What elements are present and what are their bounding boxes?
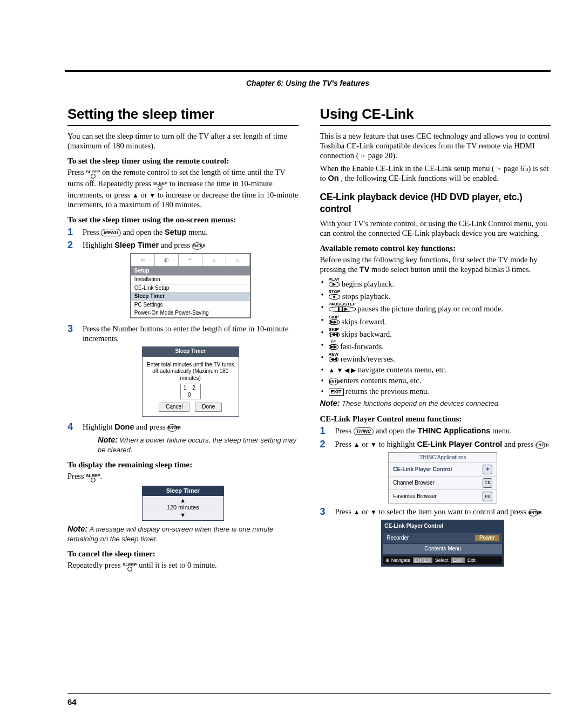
remote-body: Press SLEEP on the remote control to set… bbox=[67, 167, 299, 209]
tab-icon: ▭ bbox=[131, 254, 155, 266]
pointer-icon: ☞ bbox=[361, 153, 366, 159]
stop-icon: STOP■ bbox=[329, 290, 341, 300]
menu-button-icon: MENU bbox=[101, 229, 121, 236]
t: to highlight bbox=[379, 440, 417, 448]
t: TV bbox=[360, 265, 370, 274]
subhead-avail: Available remote control key functions: bbox=[320, 243, 551, 254]
list-item: SKIP|◀◀ skips backward. bbox=[320, 328, 551, 339]
t: enters contents menu, etc. bbox=[338, 376, 422, 385]
panel-row: Favorites BrowserFB bbox=[389, 489, 497, 503]
note-body: When a power failure occurs, the sleep t… bbox=[98, 436, 296, 454]
t: Favorites Browser bbox=[393, 493, 437, 500]
panel-row: PC Settings bbox=[131, 301, 250, 309]
panel-title: Sleep Timer bbox=[143, 486, 223, 496]
subhead-player-menu: CE-Link Player Control menu functions: bbox=[320, 414, 551, 424]
rew-icon: REW◀◀ bbox=[329, 352, 339, 362]
t: page 20). bbox=[368, 151, 397, 160]
step-1: 1 Press MENU and open the Setup menu. bbox=[67, 227, 299, 237]
t: Repeatedly press bbox=[67, 561, 123, 569]
rule bbox=[67, 125, 299, 126]
t: to select the item you want to control a… bbox=[379, 507, 528, 516]
tab-icon: ◐ bbox=[155, 254, 179, 266]
t: On bbox=[328, 174, 338, 182]
thinc-apps-panel: THINC Applications CE-Link Player Contro… bbox=[388, 452, 497, 504]
t: Highlight bbox=[83, 241, 114, 249]
t: Press bbox=[335, 426, 354, 435]
t: CE-Link Player Control bbox=[393, 466, 452, 473]
t: Setup bbox=[165, 228, 186, 236]
t: mode select button until the keypad blin… bbox=[371, 265, 531, 274]
step-3: 3 Press the Number buttons to enter the … bbox=[67, 324, 299, 417]
panel-row: Installation bbox=[131, 275, 250, 284]
panel-row: Channel BrowserCB bbox=[389, 476, 497, 489]
avail-body: Before using the following key functions… bbox=[320, 255, 551, 274]
section-title-celink: Using CE-Link bbox=[320, 105, 551, 123]
sleep-button-icon: SLEEP bbox=[153, 181, 167, 190]
panel-title: CE-Link Player Control bbox=[383, 522, 502, 533]
up-arrow-icon: ▲ bbox=[354, 508, 360, 516]
t: pauses the picture during play or record… bbox=[356, 304, 503, 313]
enter-button-icon: ENTER bbox=[192, 242, 202, 250]
list-item: PLAY▶ begins playback. bbox=[320, 277, 551, 289]
panel-row-selected: CE-Link Player Control✶ bbox=[389, 462, 497, 476]
tab-icon: ⌂ bbox=[202, 254, 226, 266]
subhead-cancel: To cancel the sleep timer: bbox=[67, 549, 299, 559]
player-control-panel: CE-Link Player Control Recorder Power Co… bbox=[381, 520, 504, 567]
enter-button-icon: ENTER bbox=[167, 424, 177, 432]
list-item: ENTER enters contents menu, etc. bbox=[320, 376, 551, 385]
thinc-button-icon: THINC bbox=[354, 427, 374, 435]
t: stops playback. bbox=[340, 292, 390, 301]
panel-header: Setup bbox=[131, 267, 250, 276]
list-item: PAUSE/STEP❚❚▶ pauses the picture during … bbox=[320, 302, 551, 314]
t: Press bbox=[83, 228, 101, 236]
subsection-playback: CE-Link playback device (HD DVD player, … bbox=[320, 192, 551, 215]
panel-row: Contents Menu bbox=[383, 544, 502, 554]
t: Select bbox=[435, 557, 449, 563]
t: rewinds/reverses. bbox=[338, 355, 395, 363]
panel-nav: ⊕ Navigate ENTER Select EXIT Exit bbox=[383, 556, 502, 564]
subhead-remote: To set the sleep timer using the remote … bbox=[67, 156, 299, 166]
note-body: A message will display on-screen when th… bbox=[67, 525, 273, 543]
note-label: Note: bbox=[320, 399, 340, 407]
t: skips backward. bbox=[340, 330, 392, 338]
t: Navigate bbox=[391, 557, 411, 563]
up-arrow-icon: ▲ bbox=[132, 192, 139, 199]
t: Press bbox=[67, 472, 86, 480]
t: This is a new feature that uses CEC tech… bbox=[320, 132, 550, 160]
left-column: Setting the sleep timer You can set the … bbox=[67, 105, 299, 575]
t: skips forward. bbox=[340, 317, 387, 326]
tab-icon: ☼ bbox=[226, 254, 250, 266]
t: and open the bbox=[376, 426, 418, 435]
intro-text: You can set the sleep timer to turn off … bbox=[67, 131, 299, 151]
ff-icon: FF▶▶ bbox=[329, 340, 338, 350]
play-icon: PLAY▶ bbox=[329, 277, 340, 287]
key-functions-list: PLAY▶ begins playback. STOP■ stops playb… bbox=[320, 277, 551, 396]
enter-button-icon: ENTER bbox=[535, 441, 545, 449]
list-item: SKIP▶▶| skips forward. bbox=[320, 315, 551, 326]
list-item: STOP■ stops playback. bbox=[320, 290, 551, 301]
panel-row: CE-Link Setup bbox=[131, 284, 250, 292]
t: Press the Number buttons to enter the le… bbox=[83, 324, 288, 343]
t: Press bbox=[67, 168, 86, 176]
sleep-entry-panel: Sleep Timer Enter total minutes until th… bbox=[142, 346, 239, 417]
note-label: Note: bbox=[67, 525, 87, 533]
t: Exit bbox=[467, 557, 476, 563]
top-rule bbox=[65, 70, 551, 72]
skip-fwd-icon: SKIP▶▶| bbox=[329, 315, 340, 325]
t: , the following CE-Link functions will b… bbox=[341, 174, 499, 182]
setup-menu-panel: ▭ ◐ ≡ ⌂ ☼ Setup Installation CE-Link Set… bbox=[130, 253, 251, 318]
tab-icon: ≡ bbox=[179, 254, 202, 266]
list-item: EXIT returns the previous menu. bbox=[320, 386, 551, 396]
subhead-osd: To set the sleep timer using the on-scre… bbox=[67, 215, 299, 225]
t: 120 minutes bbox=[167, 504, 199, 511]
t: and press bbox=[504, 440, 535, 448]
step-2: 2 Highlight Sleep Timer and press ENTER.… bbox=[67, 240, 299, 318]
enter-button-icon: ENTER bbox=[329, 378, 338, 385]
t: fast-forwards. bbox=[338, 342, 384, 351]
rule bbox=[320, 125, 551, 126]
exit-tag-icon: EXIT bbox=[451, 557, 465, 563]
done-button: Done bbox=[195, 403, 222, 412]
panel-title: Sleep Timer bbox=[142, 346, 239, 357]
right-column: Using CE-Link This is a new feature that… bbox=[320, 105, 551, 575]
row-badge-icon: FB bbox=[483, 492, 492, 501]
